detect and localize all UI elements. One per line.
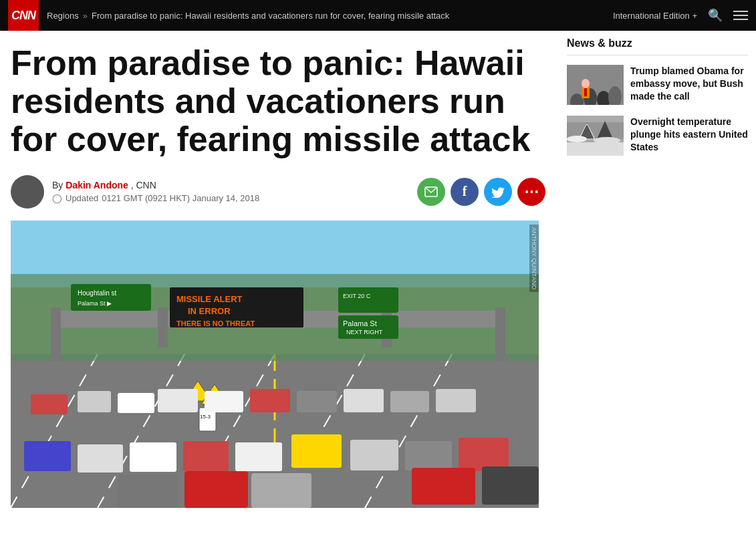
svg-rect-43 bbox=[24, 441, 71, 471]
byline-row: By Dakin Andone , CNN ◯ Updated 0121 GMT… bbox=[11, 175, 545, 209]
sidebar-thumb-trump bbox=[567, 65, 624, 105]
svg-rect-45 bbox=[130, 442, 176, 472]
svg-rect-40 bbox=[390, 391, 429, 412]
svg-text:EXIT 20 C: EXIT 20 C bbox=[343, 293, 371, 299]
top-nav: CNN Regions » From paradise to panic: Ha… bbox=[0, 0, 756, 31]
by-label: By bbox=[52, 180, 63, 190]
email-share-button[interactable] bbox=[417, 178, 445, 206]
social-icons: f ⋯ bbox=[417, 178, 545, 206]
hero-image: Houghtalin st Palama St ▶ MISSILE ALERT … bbox=[11, 221, 539, 508]
more-icon: ⋯ bbox=[524, 183, 539, 200]
svg-rect-12 bbox=[51, 307, 61, 361]
svg-rect-49 bbox=[405, 441, 452, 470]
svg-point-71 bbox=[594, 137, 620, 144]
svg-rect-38 bbox=[297, 391, 337, 412]
svg-rect-16 bbox=[71, 284, 151, 311]
svg-rect-33 bbox=[78, 391, 111, 412]
svg-text:Houghtalin st: Houghtalin st bbox=[78, 289, 117, 297]
svg-rect-39 bbox=[344, 389, 384, 412]
updated-label: Updated bbox=[66, 193, 98, 203]
svg-rect-34 bbox=[118, 393, 154, 413]
avatar bbox=[11, 175, 44, 209]
sidebar-section-title: News & buzz bbox=[567, 37, 748, 55]
international-edition[interactable]: International Edition + bbox=[613, 11, 697, 21]
sidebar-item-temperature[interactable]: Overnight temperature plunge hits easter… bbox=[567, 116, 748, 156]
svg-text:NEXT RIGHT: NEXT RIGHT bbox=[346, 329, 383, 335]
twitter-share-button[interactable] bbox=[484, 178, 512, 206]
clock-icon: ◯ bbox=[52, 193, 62, 203]
photo-credit: ANTHONY QUINTANO bbox=[529, 225, 539, 292]
author-name[interactable]: Dakin Andone bbox=[66, 180, 128, 190]
hamburger-menu-icon[interactable] bbox=[733, 11, 748, 20]
breadcrumb-separator: » bbox=[83, 11, 88, 21]
svg-text:IN ERROR: IN ERROR bbox=[188, 306, 231, 316]
svg-rect-47 bbox=[235, 442, 282, 471]
svg-rect-48 bbox=[350, 440, 398, 470]
svg-rect-23 bbox=[338, 287, 398, 313]
byline-info: By Dakin Andone , CNN ◯ Updated 0121 GMT… bbox=[52, 180, 259, 203]
main-content: From paradise to panic: Hawaii residents… bbox=[0, 31, 756, 521]
article-section: From paradise to panic: Hawaii residents… bbox=[0, 31, 559, 521]
svg-rect-13 bbox=[495, 307, 505, 361]
svg-point-62 bbox=[582, 79, 590, 88]
svg-rect-52 bbox=[184, 471, 248, 508]
svg-rect-50 bbox=[459, 438, 509, 471]
facebook-icon: f bbox=[463, 184, 467, 199]
svg-text:THERE IS NO THREAT: THERE IS NO THREAT bbox=[176, 319, 255, 327]
svg-rect-51 bbox=[118, 475, 178, 508]
byline-updated: ◯ Updated 0121 GMT (0921 HKT) January 14… bbox=[52, 193, 259, 203]
svg-text:15-3: 15-3 bbox=[200, 414, 211, 420]
author-org: , CNN bbox=[131, 180, 156, 190]
svg-rect-37 bbox=[250, 389, 290, 412]
breadcrumb: Regions » From paradise to panic: Hawaii… bbox=[47, 11, 613, 21]
byline-by: By Dakin Andone , CNN bbox=[52, 180, 259, 190]
facebook-share-button[interactable]: f bbox=[451, 178, 479, 206]
svg-rect-41 bbox=[436, 389, 476, 412]
sidebar-item-title-temperature: Overnight temperature plunge hits easter… bbox=[630, 116, 748, 156]
byline-left: By Dakin Andone , CNN ◯ Updated 0121 GMT… bbox=[11, 175, 259, 209]
nav-right: International Edition + 🔍 bbox=[613, 8, 748, 23]
cnn-logo-text: CNN bbox=[11, 9, 35, 23]
updated-time: 0121 GMT (0921 HKT) January 14, 2018 bbox=[102, 193, 259, 203]
svg-text:MISSILE ALERT: MISSILE ALERT bbox=[176, 294, 243, 304]
svg-rect-44 bbox=[78, 444, 123, 472]
svg-text:Palama St ▶: Palama St ▶ bbox=[78, 300, 112, 307]
svg-rect-54 bbox=[412, 468, 475, 505]
svg-rect-46 bbox=[183, 441, 229, 471]
svg-point-70 bbox=[567, 136, 587, 142]
svg-text:Palama St: Palama St bbox=[343, 319, 377, 327]
svg-rect-42 bbox=[291, 434, 342, 468]
more-share-button[interactable]: ⋯ bbox=[517, 178, 545, 206]
sidebar-item-trump[interactable]: Trump blamed Obama for embassy move, but… bbox=[567, 65, 748, 105]
svg-rect-53 bbox=[251, 473, 311, 508]
breadcrumb-title: From paradise to panic: Hawaii residents… bbox=[92, 11, 449, 21]
search-icon[interactable]: 🔍 bbox=[708, 8, 723, 23]
article-headline: From paradise to panic: Hawaii residents… bbox=[11, 44, 539, 159]
sidebar-item-title-trump: Trump blamed Obama for embassy move, but… bbox=[630, 65, 748, 105]
sidebar: News & buzz Trump blamed Obama bbox=[559, 31, 756, 521]
svg-rect-36 bbox=[205, 391, 243, 412]
svg-rect-35 bbox=[158, 389, 198, 412]
sidebar-thumb-snow bbox=[567, 116, 624, 156]
svg-rect-32 bbox=[31, 394, 68, 414]
svg-rect-55 bbox=[482, 466, 539, 505]
breadcrumb-regions[interactable]: Regions bbox=[47, 11, 79, 21]
svg-rect-63 bbox=[584, 88, 587, 96]
cnn-logo[interactable]: CNN bbox=[8, 0, 39, 31]
svg-rect-14 bbox=[158, 307, 168, 348]
